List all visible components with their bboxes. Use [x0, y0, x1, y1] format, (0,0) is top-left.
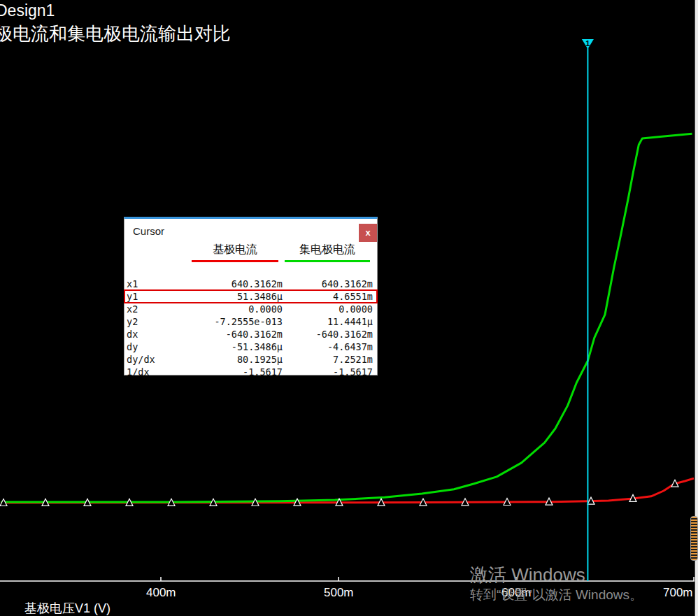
cursor-value-base-current: 640.3162m — [232, 278, 283, 289]
chart-title: 基极电流和集电极电流输出对比 — [0, 22, 231, 46]
column-header-base-current: 基极电流 — [192, 243, 278, 262]
cursor-row-y1: y151.3486µ4.6551m — [124, 290, 377, 303]
cursor-value-base-current: -51.3486µ — [232, 341, 283, 352]
cursor-row-1-dx: 1/dx-1.5617-1.5617 — [124, 366, 377, 378]
cursor-value-base-current: -1.5617 — [243, 366, 283, 378]
cursor-row-y2: y2-7.2555e-01311.4441µ — [124, 315, 377, 328]
cursor-row-label: dy/dx — [127, 354, 155, 365]
x-axis-title: 基极电压V1 (V) — [24, 600, 111, 616]
cursor-value-collector-current: -640.3162m — [316, 329, 373, 340]
cursor-value-collector-current: 7.2521m — [333, 354, 373, 365]
grapher-window: 1 Design1 基极电流和集电极电流输出对比 400m500m600m700… — [0, 0, 698, 616]
cursor-row-dy-dx: dy/dx80.1925µ7.2521m — [124, 353, 377, 366]
cursor-row-dx: dx-640.3162m-640.3162m — [124, 328, 377, 341]
cursor-row-label: y2 — [127, 316, 138, 327]
cursor-row-label: x2 — [127, 303, 138, 315]
x-tick-label: 500m — [324, 586, 354, 600]
cursor-value-collector-current: 11.4441µ — [327, 316, 373, 327]
cursor-value-collector-current: -1.5617 — [333, 366, 373, 378]
cursor-dialog-title: Cursor — [133, 225, 164, 237]
cursor-row-label: dx — [127, 329, 138, 340]
cursor-value-base-current: 80.1925µ — [237, 354, 283, 365]
cursor-value-collector-current: 640.3162m — [322, 278, 373, 289]
cursor-row-label: x1 — [127, 278, 138, 289]
cursor-dialog[interactable]: Cursor x 基极电流 集电极电流 x1640.3162m640.3162m… — [124, 217, 378, 375]
cursor-row-label: dy — [127, 341, 138, 352]
cursor-row-label: 1/dx — [127, 366, 150, 378]
x-tick-label: 700m — [663, 586, 693, 600]
cursor-number-label: 1 — [585, 39, 590, 48]
cursor-value-base-current: 51.3486µ — [237, 291, 283, 302]
column-header-collector-current: 集电极电流 — [285, 243, 370, 262]
cursor-value-collector-current: 4.6551m — [333, 291, 373, 302]
cursor-value-collector-current: -4.6437m — [327, 341, 373, 352]
x-tick-label: 400m — [146, 586, 176, 600]
cursor-value-base-current: -640.3162m — [226, 329, 283, 340]
design-title: Design1 — [0, 1, 55, 20]
cursor-row-x2: x20.00000.0000 — [124, 303, 377, 315]
cursor-row-x1: x1640.3162m640.3162m — [124, 278, 377, 290]
cursor-value-collector-current: 0.0000 — [339, 303, 373, 315]
vertical-scrollbar-thumb[interactable] — [690, 516, 698, 561]
cursor-value-base-current: 0.0000 — [248, 303, 283, 315]
close-icon[interactable]: x — [359, 224, 377, 242]
x-tick-label: 600m — [501, 586, 532, 600]
cursor-row-label: y1 — [127, 291, 138, 302]
cursor-row-dy: dy-51.3486µ-4.6437m — [124, 341, 377, 353]
cursor-value-base-current: -7.2555e-013 — [214, 316, 283, 327]
cursor-measurement-table: x1640.3162m640.3162my151.3486µ4.6551mx20… — [124, 278, 377, 378]
